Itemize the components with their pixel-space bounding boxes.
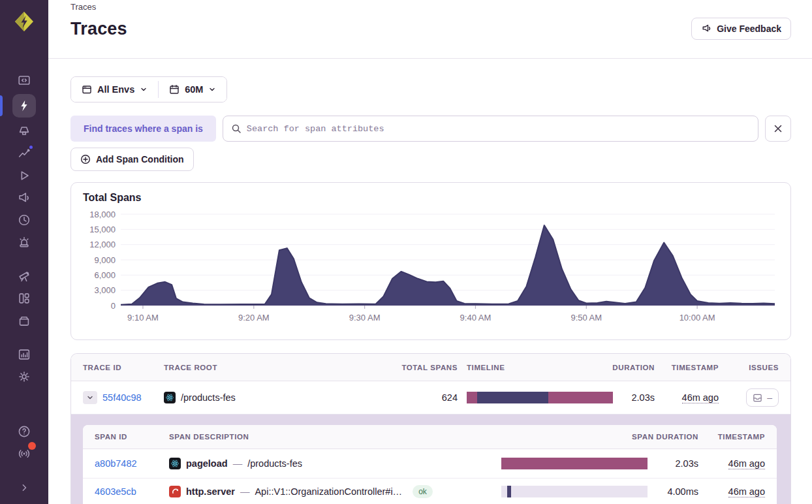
trace-issues-button[interactable]: – [746, 388, 779, 407]
svg-text:6,000: 6,000 [94, 270, 116, 280]
spans-table: SPAN ID SPAN DESCRIPTION SPAN DURATION T… [83, 425, 777, 504]
span-id-link[interactable]: 4603e5cb [95, 486, 160, 497]
calendar-icon [169, 84, 180, 95]
sidebar-item-insights[interactable] [12, 120, 36, 142]
col-issues: ISSUES [749, 364, 779, 371]
spans-table-header: SPAN ID SPAN DESCRIPTION SPAN DURATION T… [83, 425, 777, 449]
sidebar-item-alerts[interactable] [12, 231, 36, 253]
span-duration-bar [501, 458, 648, 469]
add-span-condition-button[interactable]: Add Span Condition [70, 148, 194, 171]
sidebar-item-whats-new[interactable] [12, 443, 36, 465]
svg-text:9:20 AM: 9:20 AM [238, 313, 270, 323]
span-description: Api::V1::OrganizationController#i… [255, 486, 402, 497]
trace-timeline-bar [467, 392, 613, 403]
col-span-id: SPAN ID [95, 433, 160, 441]
svg-text:9:30 AM: 9:30 AM [349, 313, 381, 323]
chart-title: Total Spans [83, 192, 779, 204]
col-timeline: TIMELINE [467, 364, 613, 371]
ruby-icon [169, 486, 181, 497]
span-timestamp[interactable]: 46m ago [728, 458, 765, 469]
traces-table-header: TRACE ID TRACE ROOT TOTAL SPANS TIMELINE… [71, 354, 790, 381]
expanded-trace-panel: SPAN ID SPAN DESCRIPTION SPAN DURATION T… [71, 414, 790, 504]
sidebar-collapse-button[interactable] [12, 477, 36, 499]
trace-id-link[interactable]: 55f40c98 [102, 392, 142, 403]
sidebar-item-dashboards[interactable] [12, 287, 36, 309]
span-timestamp[interactable]: 46m ago [728, 486, 765, 497]
breadcrumb[interactable]: Traces [70, 2, 791, 12]
svg-text:9,000: 9,000 [94, 255, 116, 265]
svg-text:9:50 AM: 9:50 AM [570, 313, 602, 323]
notification-dot [28, 144, 34, 150]
span-status-badge: ok [413, 485, 433, 498]
trace-row: 55f40c98 /products-fes 624 2.0 [71, 381, 790, 414]
col-timestamp: TIMESTAMP [672, 364, 719, 371]
svg-text:18,000: 18,000 [89, 210, 116, 219]
give-feedback-button[interactable]: Give Feedback [691, 18, 791, 40]
collapse-trace-button[interactable] [83, 391, 97, 404]
total-spans-value: 624 [442, 392, 458, 403]
page-filter-bar: All Envs 60M [70, 76, 227, 102]
span-op: pageload [186, 458, 228, 469]
issues-count: – [767, 392, 772, 403]
sidebar-item-replays[interactable] [12, 165, 36, 187]
span-duration-bar [501, 486, 648, 497]
svg-text:3,000: 3,000 [94, 285, 116, 295]
page-title: Traces [70, 19, 127, 39]
chevron-down-icon [86, 394, 94, 402]
span-attribute-search[interactable] [223, 116, 758, 142]
svg-text:12,000: 12,000 [89, 240, 116, 249]
sidebar-item-discover[interactable] [12, 265, 36, 287]
sentry-logo[interactable] [12, 9, 37, 34]
plus-circle-icon [80, 154, 91, 165]
col-span-description: SPAN DESCRIPTION [169, 433, 492, 441]
sidebar-item-help[interactable] [12, 420, 36, 443]
col-span-duration: SPAN DURATION [632, 433, 698, 441]
page-header: Traces Traces Give Feedback [48, 0, 812, 59]
search-icon [231, 123, 242, 134]
react-icon [169, 458, 181, 469]
sidebar-item-settings[interactable] [12, 366, 36, 388]
span-row: a80b7482 pageload — [83, 449, 777, 479]
search-input[interactable] [247, 124, 750, 134]
environment-filter[interactable]: All Envs [71, 77, 158, 102]
react-icon [164, 392, 176, 403]
span-id-link[interactable]: a80b7482 [95, 458, 160, 469]
svg-text:9:10 AM: 9:10 AM [127, 313, 159, 323]
issues-icon [753, 393, 762, 403]
svg-text:0: 0 [111, 301, 116, 311]
trace-root-name: /products-fes [181, 392, 236, 403]
trace-duration: 2.03s [632, 392, 655, 403]
active-indicator [0, 95, 3, 116]
trace-timestamp[interactable]: 46m ago [682, 392, 719, 403]
col-trace-id: TRACE ID [83, 364, 155, 371]
sidebar-item-stats[interactable] [12, 343, 36, 366]
span-description: /products-fes [247, 458, 302, 469]
span-row: 4603e5cb http.server — Api::V1::Organiza… [83, 479, 777, 504]
notification-dot-red [28, 442, 36, 450]
sidebar-item-feedback[interactable] [12, 187, 36, 209]
window-icon [82, 84, 92, 95]
span-duration: 2.03s [676, 458, 698, 469]
sidebar-item-issues[interactable] [12, 47, 36, 69]
col-span-timestamp: TIMESTAMP [718, 433, 765, 441]
sidebar-item-performance[interactable] [12, 142, 36, 165]
total-spans-chart-card: Total Spans 03,0006,0009,00012,00015,000… [70, 182, 791, 340]
clear-search-button[interactable] [765, 116, 791, 142]
sidebar-item-releases[interactable] [12, 309, 36, 332]
col-trace-root: TRACE ROOT [164, 364, 390, 371]
svg-text:10:00 AM: 10:00 AM [679, 313, 715, 323]
total-spans-area-chart: 03,0006,0009,00012,00015,00018,0009:10 A… [83, 205, 780, 336]
span-op: http.server [186, 486, 235, 497]
chevron-down-icon [208, 86, 216, 93]
sidebar-item-traces-active[interactable] [12, 94, 36, 118]
query-builder-label: Find traces where a span is [70, 116, 216, 142]
time-range-filter[interactable]: 60M [159, 77, 226, 102]
sidebar-item-projects[interactable] [12, 69, 36, 91]
svg-text:15,000: 15,000 [89, 225, 116, 234]
sidebar-item-crons[interactable] [12, 209, 36, 231]
megaphone-icon [701, 24, 711, 34]
chevron-down-icon [140, 86, 148, 93]
sidebar [0, 0, 48, 504]
col-duration: DURATION [612, 364, 655, 371]
col-total-spans: TOTAL SPANS [401, 364, 458, 371]
